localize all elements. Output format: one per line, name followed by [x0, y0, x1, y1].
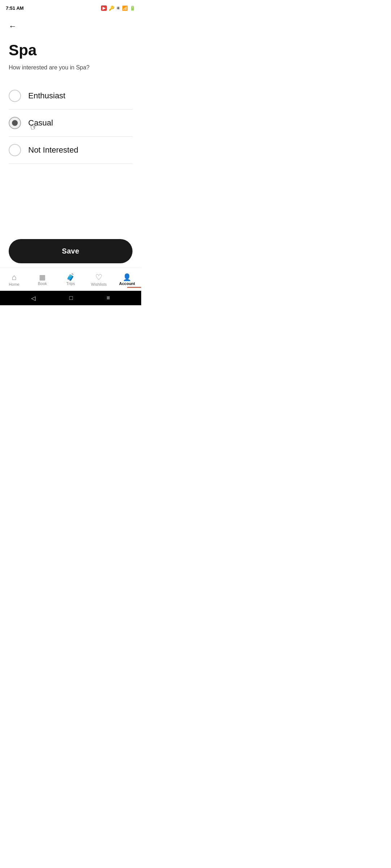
book-icon: ▦ [39, 274, 46, 281]
bottom-nav: ⌂ Home ▦ Book 🧳 Trips ♡ Wishlists 👤 Acco… [0, 268, 141, 291]
option-enthusiast[interactable]: Enthusiast [9, 82, 133, 110]
save-button[interactable]: Save [9, 239, 133, 263]
account-icon: 👤 [123, 274, 131, 281]
status-time: 7:51 AM [6, 5, 24, 11]
option-enthusiast-label: Enthusiast [28, 91, 66, 101]
key-icon: 🔑 [109, 5, 114, 11]
page-title: Spa [9, 42, 133, 59]
option-not-interested[interactable]: Not Interested [9, 137, 133, 164]
battery-icon: ▶ [101, 5, 107, 11]
status-icons: ▶ 🔑 ✳ 📶 🔋 [101, 5, 135, 11]
android-menu-btn[interactable]: ≡ [106, 295, 110, 301]
option-not-interested-label: Not Interested [28, 145, 78, 155]
wishlists-icon: ♡ [95, 273, 102, 281]
radio-not-interested [9, 144, 21, 156]
nav-home[interactable]: ⌂ Home [0, 273, 28, 286]
nav-wishlists[interactable]: ♡ Wishlists [85, 273, 113, 286]
trips-icon: 🧳 [66, 274, 75, 281]
radio-casual [9, 117, 21, 129]
status-bar: 7:51 AM ▶ 🔑 ✳ 📶 🔋 [0, 0, 141, 14]
options-list: Enthusiast Casual ☞ Not Interested [9, 82, 133, 164]
back-button[interactable]: ← [9, 22, 17, 31]
option-casual[interactable]: Casual ☞ [9, 110, 133, 137]
page-subtitle: How interested are you in Spa? [9, 64, 133, 71]
nav-book[interactable]: ▦ Book [28, 274, 56, 286]
save-area: Save [0, 233, 141, 268]
nav-account[interactable]: 👤 Account [113, 274, 141, 286]
radio-casual-fill [12, 120, 18, 126]
nav-book-label: Book [38, 281, 47, 286]
android-back-btn[interactable]: ◁ [31, 295, 35, 302]
home-icon: ⌂ [12, 273, 16, 281]
android-home-btn[interactable]: □ [69, 295, 73, 301]
option-casual-label: Casual [28, 118, 53, 128]
nav-wishlists-label: Wishlists [91, 282, 106, 286]
android-nav-bar: ◁ □ ≡ [0, 291, 141, 305]
radio-enthusiast [9, 90, 21, 102]
nav-home-label: Home [9, 282, 19, 286]
bluetooth-icon: ✳ [116, 5, 120, 11]
wifi-icon: 📶 [122, 5, 128, 11]
back-arrow-icon: ← [9, 22, 17, 31]
battery-level-icon: 🔋 [130, 5, 135, 11]
nav-trips-label: Trips [66, 281, 75, 286]
main-content: ← Spa How interested are you in Spa? Ent… [0, 14, 141, 233]
nav-trips[interactable]: 🧳 Trips [56, 274, 85, 286]
nav-account-label: Account [119, 281, 135, 286]
